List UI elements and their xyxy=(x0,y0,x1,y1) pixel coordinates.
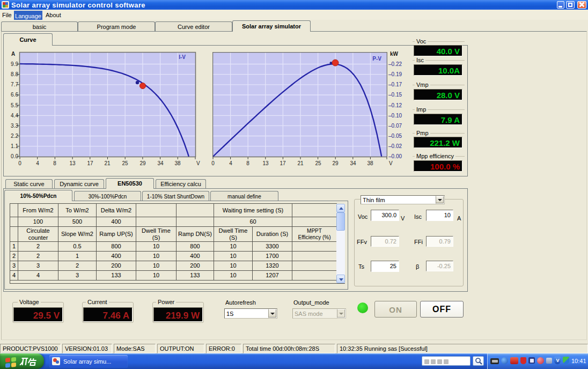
svg-text:P-V: P-V xyxy=(372,56,381,62)
svg-text:I-V: I-V xyxy=(179,54,186,60)
